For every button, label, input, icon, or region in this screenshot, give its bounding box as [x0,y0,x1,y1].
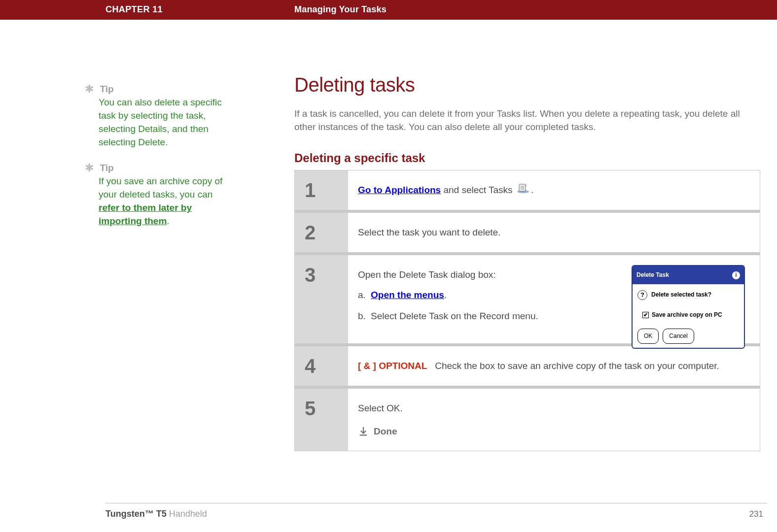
step-row: 1 Go to Applications and select Tasks [295,170,760,210]
tip-text: If you save an archive copy of your dele… [99,176,222,200]
section-heading: Deleting tasks [294,74,760,96]
section-lead: If a task is cancelled, you can delete i… [294,107,760,133]
archive-checkbox-row: ✔ Save archive copy on PC [642,308,739,322]
step-text: and select Tasks [441,185,515,195]
steps-table: 1 Go to Applications and select Tasks [294,170,760,451]
page-number: 231 [749,509,763,519]
step-text: Open the Delete Task dialog box: [358,269,496,280]
sub-step: b. Select Delete Task on the Record menu… [358,309,617,323]
sub-step: a. Open the menus. [358,288,617,301]
tip-heading: Tip [100,84,113,95]
step-text: Check the box to save an archive copy of… [435,361,719,371]
sub-step-text: . [444,290,447,300]
cancel-button: Cancel [663,329,694,344]
step-row: 5 Select OK. Done [295,389,760,451]
step-number: 1 [305,180,316,200]
sub-step-text: Select Delete Task on the Record menu. [371,309,538,323]
tip-body: You can also delete a specific task by s… [99,96,229,149]
chapter-label: CHAPTER 11 [106,4,163,15]
step-body: Go to Applications and select Tasks . [348,170,760,210]
checkbox-icon: ✔ [642,312,649,318]
sub-steps: a. Open the menus. b. Select Delete Task… [358,288,617,323]
done-label: Done [374,425,397,438]
tip-star-icon: ✱ [84,163,95,173]
done-indicator: Done [358,425,745,438]
footer-product: Tungsten™ T5 Handheld [106,509,207,519]
step-text: Select the task you want to delete. [358,227,500,237]
optional-badge: [ & ] OPTIONAL [358,361,427,371]
footer-product-bold: Tungsten™ T5 [106,509,167,519]
step-body: Select the task you want to delete. [348,213,760,252]
dialog-message-row: ? Delete selected task? [637,288,739,301]
step-number: 4 [305,356,316,376]
dialog-title-text: Delete Task [636,268,669,282]
step-number-cell: 4 [295,346,348,386]
chapter-header-band: CHAPTER 11 Managing Your Tasks [0,0,777,20]
step-row: 4 [ & ] OPTIONAL Check the box to save a… [295,346,760,386]
step-body: [ & ] OPTIONAL Check the box to save an … [348,346,760,386]
step-text: Select OK. [358,403,403,413]
archive-checkbox-label: Save archive copy on PC [652,308,722,322]
dialog-titlebar: Delete Task i [633,266,744,284]
step-body: Open the Delete Task dialog box: a. Open… [348,255,760,343]
step-body: Select OK. Done [348,389,760,451]
step-number-cell: 5 [295,389,348,451]
step-number-cell: 2 [295,213,348,252]
done-arrow-icon [358,426,369,437]
info-icon: i [732,271,740,279]
delete-task-dialog: Delete Task i ? Delete selected task? [632,265,745,349]
question-icon: ? [637,290,647,300]
step-number: 3 [305,265,316,285]
sub-step-marker: b. [358,309,371,323]
dialog-message: Delete selected task? [651,288,711,301]
sub-step-marker: a. [358,288,371,301]
subsection-heading: Deleting a specific task [294,151,760,165]
step-row: 2 Select the task you want to delete. [295,213,760,252]
ok-button: OK [637,329,659,344]
tip-heading: Tip [100,163,113,173]
tip: ✱ Tip If you save an archive copy of you… [84,163,229,228]
footer-rule [106,503,767,503]
footer-product-rest: Handheld [167,509,207,519]
step-text: . [531,185,533,195]
step-number: 5 [305,399,316,418]
tip-link[interactable]: refer to them later by importing them [99,202,192,226]
step-link[interactable]: Go to Applications [358,185,441,195]
tip-star-icon: ✱ [84,84,95,95]
chapter-title: Managing Your Tasks [294,4,387,15]
delete-task-dialog-screenshot: Delete Task i ? Delete selected task? [632,265,745,349]
tip-text: . [167,216,169,226]
tips-sidebar: ✱ Tip You can also delete a specific tas… [84,84,229,241]
step-number-cell: 3 [295,255,348,343]
tasks-app-icon [517,184,530,197]
sub-step-link[interactable]: Open the menus [371,290,444,300]
tip: ✱ Tip You can also delete a specific tas… [84,84,229,149]
step-row: 3 Open the Delete Task dialog box: a. Op… [295,255,760,343]
step-number: 2 [305,223,316,242]
step-number-cell: 1 [295,170,348,210]
tip-body: If you save an archive copy of your dele… [99,174,229,228]
